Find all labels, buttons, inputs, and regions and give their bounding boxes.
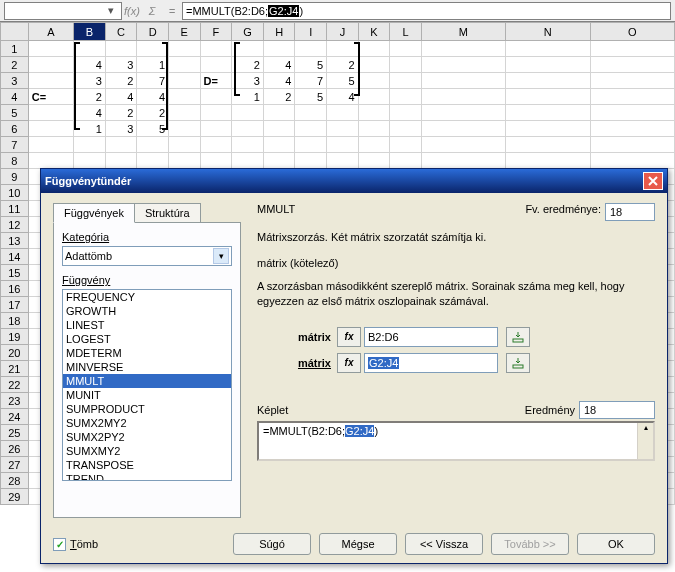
function-list[interactable]: FREQUENCYGROWTHLINESTLOGESTMDETERMMINVER…: [62, 289, 232, 481]
cell[interactable]: 5: [295, 57, 327, 73]
col-header[interactable]: G: [232, 23, 264, 41]
cell[interactable]: [421, 57, 505, 73]
cell[interactable]: [421, 73, 505, 89]
list-item[interactable]: MMULT: [63, 374, 231, 388]
cell[interactable]: [295, 121, 327, 137]
tab-structure[interactable]: Struktúra: [134, 203, 201, 223]
row-header[interactable]: 25: [1, 425, 29, 441]
cell[interactable]: [590, 105, 674, 121]
cell[interactable]: [421, 41, 505, 57]
row-header[interactable]: 7: [1, 137, 29, 153]
row-header[interactable]: 13: [1, 233, 29, 249]
row-header[interactable]: 28: [1, 473, 29, 489]
cell[interactable]: [28, 153, 73, 169]
cell[interactable]: [358, 57, 390, 73]
cell[interactable]: [295, 105, 327, 121]
cell[interactable]: 4: [263, 73, 295, 89]
row-header[interactable]: 11: [1, 201, 29, 217]
arg2-input[interactable]: G2:J4: [364, 353, 498, 373]
cell[interactable]: [421, 137, 505, 153]
name-box-dropdown-icon[interactable]: ▾: [103, 4, 119, 17]
cell[interactable]: [105, 153, 137, 169]
col-header[interactable]: I: [295, 23, 327, 41]
row-header[interactable]: 2: [1, 57, 29, 73]
cell[interactable]: [327, 121, 359, 137]
cell[interactable]: 2: [263, 89, 295, 105]
cell[interactable]: [590, 89, 674, 105]
cell[interactable]: [169, 41, 201, 57]
name-box[interactable]: ▾: [4, 2, 122, 20]
list-item[interactable]: SUMX2MY2: [63, 416, 231, 430]
cell[interactable]: [28, 57, 73, 73]
cell[interactable]: [263, 121, 295, 137]
row-header[interactable]: 17: [1, 297, 29, 313]
cell[interactable]: [169, 105, 201, 121]
list-item[interactable]: MDETERM: [63, 346, 231, 360]
row-header[interactable]: 27: [1, 457, 29, 473]
cell[interactable]: [590, 41, 674, 57]
cell[interactable]: [506, 153, 590, 169]
shrink-button-2[interactable]: [506, 353, 530, 373]
dialog-titlebar[interactable]: Függvénytündér: [41, 169, 667, 193]
cell[interactable]: [200, 57, 232, 73]
list-item[interactable]: TRANSPOSE: [63, 458, 231, 472]
cell[interactable]: 2: [327, 57, 359, 73]
col-header[interactable]: L: [390, 23, 421, 41]
cell[interactable]: [358, 89, 390, 105]
cell[interactable]: 2: [105, 105, 137, 121]
row-header[interactable]: 6: [1, 121, 29, 137]
cell[interactable]: 3: [105, 121, 137, 137]
cell[interactable]: [390, 89, 421, 105]
cell[interactable]: [506, 57, 590, 73]
sigma-icon[interactable]: Σ: [142, 5, 162, 17]
cell[interactable]: [200, 105, 232, 121]
cell[interactable]: [74, 153, 106, 169]
cell[interactable]: [590, 73, 674, 89]
cell[interactable]: 4: [105, 89, 137, 105]
cell[interactable]: [137, 137, 169, 153]
cell[interactable]: [169, 153, 201, 169]
cell[interactable]: 7: [295, 73, 327, 89]
row-header[interactable]: 26: [1, 441, 29, 457]
row-header[interactable]: 1: [1, 41, 29, 57]
cell[interactable]: [358, 137, 390, 153]
cell[interactable]: [506, 73, 590, 89]
col-header[interactable]: F: [200, 23, 232, 41]
row-header[interactable]: 15: [1, 265, 29, 281]
cell[interactable]: [506, 137, 590, 153]
fx-button-1[interactable]: fx: [337, 327, 361, 347]
cell[interactable]: [358, 73, 390, 89]
cell[interactable]: 4: [74, 105, 106, 121]
col-header[interactable]: H: [263, 23, 295, 41]
cell[interactable]: [263, 137, 295, 153]
cell[interactable]: 4: [263, 57, 295, 73]
cell[interactable]: [358, 153, 390, 169]
dropdown-icon[interactable]: ▾: [213, 248, 229, 264]
list-item[interactable]: SUMXMY2: [63, 444, 231, 458]
row-header[interactable]: 14: [1, 249, 29, 265]
cell[interactable]: [590, 137, 674, 153]
row-header[interactable]: 4: [1, 89, 29, 105]
cell[interactable]: 1: [137, 57, 169, 73]
cell[interactable]: 5: [295, 89, 327, 105]
cell[interactable]: [421, 89, 505, 105]
back-button[interactable]: << Vissza: [405, 533, 483, 555]
shrink-button-1[interactable]: [506, 327, 530, 347]
cell[interactable]: 3: [74, 73, 106, 89]
cell[interactable]: [390, 57, 421, 73]
cell[interactable]: 2: [137, 105, 169, 121]
cell[interactable]: 5: [327, 73, 359, 89]
cell[interactable]: [137, 153, 169, 169]
list-item[interactable]: SUMPRODUCT: [63, 402, 231, 416]
cell[interactable]: [28, 105, 73, 121]
row-header[interactable]: 29: [1, 489, 29, 505]
cell[interactable]: [169, 89, 201, 105]
col-header[interactable]: J: [327, 23, 359, 41]
fx-icon[interactable]: f(x): [122, 5, 142, 17]
cell[interactable]: [169, 121, 201, 137]
cell[interactable]: [327, 137, 359, 153]
cell[interactable]: [232, 105, 264, 121]
row-header[interactable]: 16: [1, 281, 29, 297]
col-header[interactable]: D: [137, 23, 169, 41]
row-header[interactable]: 18: [1, 313, 29, 329]
